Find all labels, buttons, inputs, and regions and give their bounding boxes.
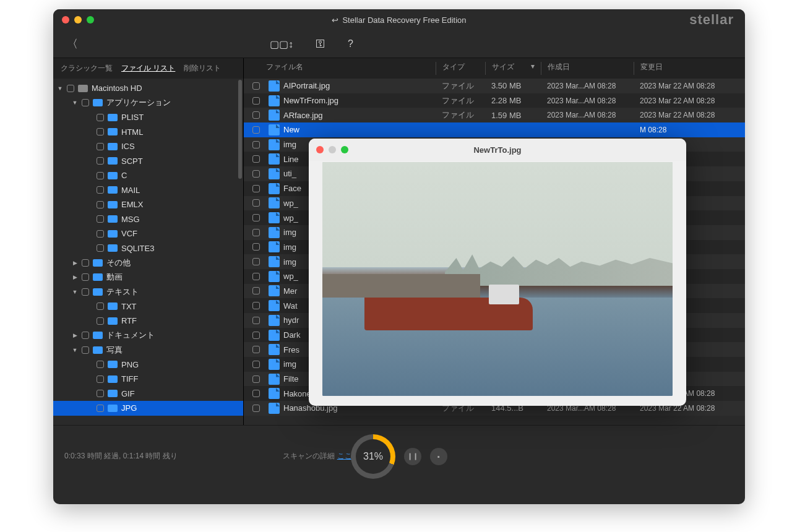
checkbox[interactable] (252, 361, 260, 368)
tab-classic[interactable]: クラシック一覧 (61, 63, 113, 74)
disclosure-icon[interactable]: ▼ (57, 85, 63, 92)
tree-node[interactable]: HTML (53, 125, 243, 140)
checkbox[interactable] (97, 317, 104, 325)
tree-node[interactable]: GIF (53, 387, 243, 401)
tree-node[interactable]: ▼アプリケーション (53, 96, 243, 111)
tab-deleted[interactable]: 削除リスト (184, 63, 221, 74)
checkbox[interactable] (97, 201, 104, 208)
disclosure-icon[interactable]: ▼ (72, 347, 78, 353)
checkbox[interactable] (97, 157, 104, 165)
tree-node[interactable]: EMLX (53, 197, 243, 212)
checkbox[interactable] (67, 85, 74, 92)
scrollbar[interactable] (238, 80, 242, 179)
minimize-icon[interactable] (74, 16, 82, 24)
checkbox[interactable] (252, 258, 260, 265)
tree-node[interactable]: MSG (53, 212, 243, 227)
tree-node[interactable]: SCPT (53, 154, 243, 169)
checkbox[interactable] (252, 82, 260, 90)
disclosure-icon[interactable]: ▶ (72, 260, 78, 266)
checkbox[interactable] (252, 273, 260, 280)
tree-node[interactable]: ▼写真 (53, 343, 243, 358)
checkbox[interactable] (97, 390, 104, 397)
col-type[interactable]: タイプ (436, 62, 485, 75)
checkbox[interactable] (82, 259, 89, 267)
grid-view-icon[interactable]: ▢▢↕ (270, 38, 293, 50)
checkbox[interactable] (252, 126, 260, 134)
checkbox[interactable] (82, 288, 89, 296)
checkbox[interactable] (82, 99, 89, 106)
tree-node[interactable]: ▶ドキュメント (53, 328, 243, 343)
checkbox[interactable] (97, 128, 104, 135)
checkbox[interactable] (97, 405, 104, 412)
tree-node[interactable]: ▼テキスト (53, 285, 243, 299)
checkbox[interactable] (252, 390, 260, 397)
checkbox[interactable] (97, 114, 104, 121)
checkbox[interactable] (97, 172, 104, 179)
checkbox[interactable] (252, 317, 260, 324)
checkbox[interactable] (252, 111, 260, 119)
checkbox[interactable] (252, 346, 260, 353)
close-icon[interactable] (62, 16, 69, 24)
maximize-icon[interactable] (341, 146, 348, 153)
close-icon[interactable] (316, 146, 324, 153)
checkbox[interactable] (252, 405, 260, 412)
checkbox[interactable] (252, 302, 260, 309)
checkbox[interactable] (252, 243, 260, 251)
col-modified[interactable]: 変更日 (634, 62, 745, 75)
tree-node[interactable]: C (53, 168, 243, 183)
tree-node[interactable]: PLIST (53, 110, 243, 125)
checkbox[interactable] (82, 273, 89, 281)
tree-node[interactable]: TIFF (53, 372, 243, 387)
checkbox[interactable] (252, 199, 260, 207)
minimize-icon[interactable] (329, 146, 336, 153)
disclosure-icon[interactable]: ▶ (72, 332, 78, 338)
tree-node[interactable]: MAIL (53, 183, 243, 198)
preview-window[interactable]: NewTrTo.jpg (309, 139, 686, 406)
stop-button[interactable]: ▪ (430, 448, 447, 465)
help-icon[interactable]: ? (348, 38, 353, 50)
checkbox[interactable] (252, 155, 260, 163)
checkbox[interactable] (252, 185, 260, 192)
tree-node[interactable]: VCF (53, 226, 243, 241)
maximize-icon[interactable] (87, 16, 94, 24)
tree-node[interactable]: JPG (53, 401, 243, 416)
file-row[interactable]: NewTrFrom.jpgファイル2.28 MB2023 Mar...AM 08… (244, 93, 745, 108)
checkbox[interactable] (252, 375, 260, 383)
disclosure-icon[interactable]: ▶ (72, 274, 78, 280)
checkbox[interactable] (97, 361, 104, 368)
tree-node[interactable]: ▶その他 (53, 255, 243, 270)
file-row[interactable]: AIPortrait.jpgファイル3.50 MB2023 Mar...AM 0… (244, 79, 745, 93)
checkbox[interactable] (252, 170, 260, 178)
checkbox[interactable] (97, 244, 104, 252)
tree-node[interactable]: PNG (53, 358, 243, 372)
tab-file-list[interactable]: ファイル リスト (121, 63, 175, 74)
checkbox[interactable] (97, 230, 104, 238)
checkbox[interactable] (97, 143, 104, 150)
checkbox[interactable] (252, 287, 260, 294)
tree-node[interactable]: ICS (53, 139, 243, 154)
file-row[interactable]: NewM 08:28 (244, 122, 745, 137)
checkbox[interactable] (252, 141, 260, 148)
col-name[interactable]: ファイル名 (244, 62, 436, 75)
tree-node[interactable]: ▼Macintosh HD (53, 81, 243, 96)
tree-node[interactable]: TXT (53, 299, 243, 314)
checkbox[interactable] (97, 302, 104, 310)
col-size[interactable]: サイズ▾ (485, 62, 541, 75)
key-icon[interactable]: ⚿ (316, 38, 325, 50)
disclosure-icon[interactable]: ▼ (72, 289, 78, 295)
back-button[interactable]: 〈 (67, 36, 78, 51)
checkbox[interactable] (252, 229, 260, 236)
checkbox[interactable] (82, 332, 89, 339)
checkbox[interactable] (97, 375, 104, 383)
tree-node[interactable]: ▶動画 (53, 270, 243, 285)
file-row[interactable]: ARface.jpgファイル1.59 MB2023 Mar...AM 08:28… (244, 108, 745, 122)
pause-button[interactable]: ❙❙ (404, 448, 421, 465)
checkbox[interactable] (97, 186, 104, 194)
tree-node[interactable]: RTF (53, 314, 243, 328)
checkbox[interactable] (252, 214, 260, 221)
checkbox[interactable] (252, 332, 260, 339)
checkbox[interactable] (252, 97, 260, 105)
tree-node[interactable]: SQLITE3 (53, 241, 243, 256)
col-created[interactable]: 作成日 (541, 62, 634, 75)
checkbox[interactable] (97, 215, 104, 223)
